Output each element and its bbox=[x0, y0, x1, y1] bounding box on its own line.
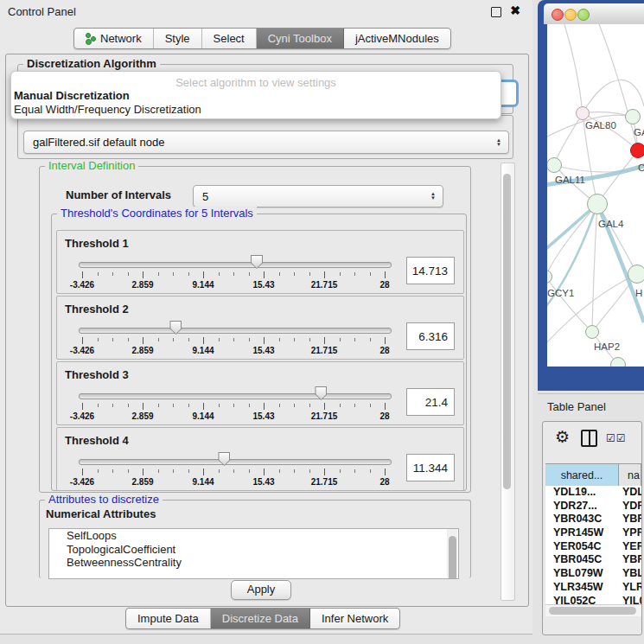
table-cell: YIL0 bbox=[619, 595, 641, 605]
tick-label: 28 bbox=[379, 280, 389, 290]
table-row[interactable]: YIL052CYIL0 bbox=[545, 595, 641, 605]
slider-track[interactable] bbox=[79, 459, 392, 465]
slider-tick bbox=[203, 403, 204, 410]
tab-style[interactable]: Style bbox=[154, 29, 202, 48]
slider-track[interactable] bbox=[79, 262, 392, 268]
slider-track[interactable] bbox=[79, 393, 392, 399]
slider-tick bbox=[188, 469, 189, 473]
combobox-arrows-icon: ▲▼ bbox=[426, 192, 443, 201]
network-node-red-node[interactable] bbox=[630, 143, 644, 158]
tab-impute-data[interactable]: Impute Data bbox=[126, 609, 211, 628]
table-panel-title: Table Panel bbox=[547, 400, 606, 413]
tab-cyni-toolbox[interactable]: Cyni Toolbox bbox=[257, 29, 344, 48]
tab-label: Style bbox=[165, 32, 190, 45]
slider-tick bbox=[279, 272, 280, 276]
slider-tick bbox=[249, 404, 250, 407]
network-node-HAP2[interactable] bbox=[585, 325, 599, 339]
tick-label: -3.426 bbox=[70, 346, 94, 355]
combobox-arrows-icon: ▲▼ bbox=[492, 138, 508, 147]
checkbox-icons[interactable]: ☑☑ bbox=[606, 432, 627, 444]
minimize-traffic-light[interactable] bbox=[564, 9, 577, 21]
slider-tick-labels: -3.4262.8599.14415.4321.71528 bbox=[57, 346, 463, 356]
table-data-group: Table Data galFiltered.sif default node … bbox=[17, 115, 513, 159]
table-cell: YDL19... bbox=[545, 486, 619, 500]
slider-tick bbox=[98, 338, 99, 341]
slider-tick bbox=[128, 272, 129, 276]
tab-label: Network bbox=[100, 32, 142, 45]
table-cell: YBL0 bbox=[619, 567, 641, 581]
tab-network[interactable]: Network bbox=[74, 29, 154, 48]
table-row[interactable]: YDL19...YDL1 bbox=[545, 486, 641, 500]
slider-tick bbox=[309, 272, 310, 276]
split-columns-icon[interactable] bbox=[581, 430, 597, 447]
network-node-GAL[interactable] bbox=[625, 109, 641, 124]
tab-discretize-data[interactable]: Discretize Data bbox=[211, 609, 310, 628]
list-item[interactable]: SelfLoops bbox=[49, 529, 458, 543]
table-row[interactable]: YBR043CYBR0 bbox=[545, 513, 641, 526]
network-icon bbox=[86, 33, 95, 44]
apply-button[interactable]: Apply bbox=[231, 580, 291, 600]
threshold-value-field[interactable]: 6.316 bbox=[406, 322, 455, 350]
scrollbar-thumb[interactable] bbox=[549, 607, 636, 615]
network-node-GCY1[interactable] bbox=[547, 270, 552, 284]
slider-tick bbox=[128, 338, 129, 341]
list-item[interactable]: TopologicalCoefficient bbox=[49, 543, 458, 557]
slider-tick bbox=[279, 469, 280, 473]
network-node-GAL11[interactable] bbox=[547, 157, 562, 173]
slider-tick bbox=[264, 469, 265, 475]
table-data-combobox[interactable]: galFiltered.sif default node ▲▼ bbox=[23, 131, 509, 154]
tab-label: jActiveMNodules bbox=[355, 32, 439, 45]
table-row[interactable]: YLR345WYLR3 bbox=[545, 581, 641, 595]
close-icon[interactable]: ✖ bbox=[510, 3, 520, 17]
network-node-H[interactable] bbox=[628, 265, 644, 284]
network-node-unlabeled[interactable] bbox=[610, 357, 626, 367]
slider-tick bbox=[370, 469, 371, 473]
table-row[interactable]: YER054CYER0 bbox=[545, 540, 641, 554]
control-panel-window: Control Panel ✖ Network Style Select Cyn… bbox=[0, 0, 532, 634]
vertical-scrollbar[interactable] bbox=[501, 163, 515, 601]
close-traffic-light[interactable] bbox=[552, 9, 564, 21]
float-window-icon[interactable] bbox=[491, 7, 501, 17]
popup-option-manual-discretization[interactable]: Manual Discretization bbox=[14, 89, 130, 102]
slider-tick bbox=[340, 469, 341, 473]
number-of-intervals-combobox[interactable]: 5 ▲▼ bbox=[193, 185, 443, 207]
table-row[interactable]: YBR045CYBR0 bbox=[545, 553, 641, 567]
tab-infer-network[interactable]: Infer Network bbox=[310, 609, 399, 628]
scrollbar-thumb[interactable] bbox=[449, 536, 456, 579]
tab-jactivemnodules[interactable]: jActiveMNodules bbox=[344, 29, 450, 48]
network-window-titlebar bbox=[544, 3, 644, 24]
slider-tick bbox=[294, 272, 295, 276]
list-scrollbar[interactable] bbox=[447, 529, 457, 578]
zoom-traffic-light[interactable] bbox=[577, 9, 590, 21]
slider-ticks bbox=[57, 271, 463, 279]
network-node-GAL4[interactable] bbox=[587, 194, 608, 214]
threshold-value-field[interactable]: 14.713 bbox=[406, 257, 455, 284]
slider-tick bbox=[233, 338, 234, 341]
column-header-name[interactable]: na bbox=[619, 464, 641, 487]
group-title: Threshold's Coordinates for 5 Intervals bbox=[57, 207, 257, 220]
network-node-GAL80[interactable] bbox=[576, 106, 590, 120]
table-row[interactable]: YDR27...YDR2 bbox=[545, 500, 641, 513]
scrollbar-thumb[interactable] bbox=[503, 174, 511, 489]
list-item[interactable]: BetweennessCentrality bbox=[49, 556, 458, 570]
slider-tick bbox=[249, 338, 250, 341]
threshold-value-field[interactable]: 21.4 bbox=[406, 388, 455, 416]
popup-hint: Select algorithm to view settings bbox=[11, 76, 501, 89]
slider-tick bbox=[173, 338, 174, 341]
node-label: H bbox=[635, 288, 642, 298]
slider-tick bbox=[143, 337, 143, 344]
popup-option-equal-width-frequency[interactable]: Equal Width/Frequency Discretization bbox=[14, 103, 201, 116]
table-rows: YDL19...YDL1YDR27...YDR2YBR043CYBR0YPR14… bbox=[545, 486, 641, 604]
table-row[interactable]: YBL079WYBL0 bbox=[545, 567, 641, 581]
horizontal-scrollbar[interactable] bbox=[545, 604, 641, 616]
network-canvas[interactable]: GAL80GACGAL11GAL4GCY1HHAP2 bbox=[547, 24, 644, 367]
gear-icon[interactable]: ⚙ bbox=[555, 427, 570, 447]
tab-select[interactable]: Select bbox=[202, 29, 257, 48]
slider-tick bbox=[340, 404, 341, 407]
threshold-value-field[interactable]: 11.344 bbox=[406, 454, 455, 481]
table-cell: YLR3 bbox=[619, 581, 641, 595]
table-row[interactable]: YPR145WYPR1 bbox=[545, 526, 641, 540]
column-header-shared[interactable]: shared... bbox=[545, 464, 619, 487]
slider-track[interactable] bbox=[79, 328, 392, 334]
slider-tick bbox=[158, 404, 159, 407]
